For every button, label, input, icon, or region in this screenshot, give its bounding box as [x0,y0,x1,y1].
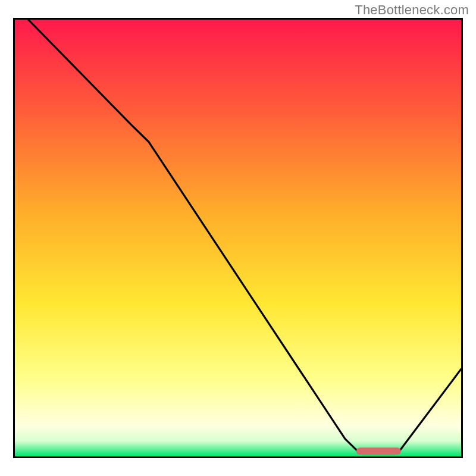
flat-region-marker [356,447,401,455]
plot-frame [13,18,463,458]
watermark-text: TheBottleneck.com [355,2,469,18]
gradient-background [15,20,461,456]
chart-canvas [15,20,461,456]
